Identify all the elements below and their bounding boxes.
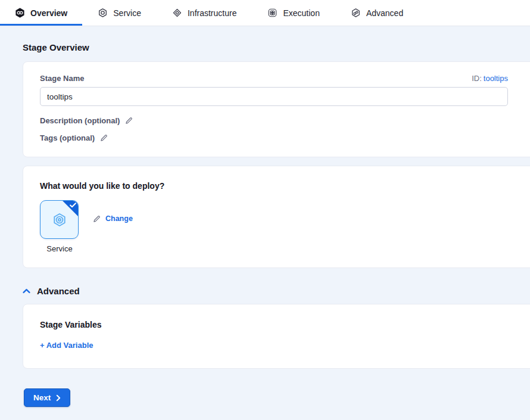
tab-execution-label: Execution [283, 8, 319, 18]
page-title: Stage Overview [23, 42, 530, 52]
stage-overview-content: Stage Overview Stage Name ID:tooltips De… [0, 26, 530, 407]
tags-row[interactable]: Tags (optional) [40, 133, 508, 142]
change-deploy-type-link[interactable]: Change [93, 214, 133, 223]
deploy-question: What would you like to deploy? [40, 181, 508, 191]
tags-label: Tags (optional) [40, 133, 95, 142]
tab-execution[interactable]: Execution [252, 0, 335, 26]
deploy-type-caption: Service [40, 244, 79, 253]
tab-infrastructure[interactable]: Infrastructure [157, 0, 252, 26]
stage-overview-card: Stage Name ID:tooltips Description (opti… [23, 61, 530, 157]
change-pencil-icon [93, 215, 101, 223]
change-label: Change [105, 214, 133, 223]
tab-advanced[interactable]: Advanced [335, 0, 419, 26]
deploy-card: What would you like to deploy? Service [23, 166, 530, 268]
tab-service-label: Service [113, 8, 141, 18]
add-variable-button[interactable]: + Add Variable [40, 341, 93, 350]
stage-name-row: Stage Name ID:tooltips [40, 74, 508, 83]
deploy-type-service-card[interactable] [40, 200, 79, 239]
tab-service[interactable]: Service [82, 0, 157, 26]
infrastructure-layers-icon [172, 8, 182, 18]
stage-variables-card: Stage Variables + Add Variable [23, 304, 530, 369]
tab-advanced-label: Advanced [366, 8, 403, 18]
next-button-label: Next [33, 393, 51, 402]
advanced-heading: Advanced [37, 286, 80, 296]
id-label: ID: [472, 74, 482, 83]
tab-overview[interactable]: Overview [0, 0, 82, 26]
description-row[interactable]: Description (optional) [40, 116, 508, 125]
tab-infrastructure-label: Infrastructure [188, 8, 236, 18]
deploy-type-row: Service Change [40, 200, 508, 253]
stage-id: ID:tooltips [472, 74, 508, 83]
description-label: Description (optional) [40, 116, 120, 125]
stage-variables-heading: Stage Variables [40, 320, 508, 329]
tab-overview-label: Overview [30, 8, 67, 18]
edit-description-pencil-icon[interactable] [125, 117, 133, 125]
deploy-type-service: Service [40, 200, 79, 253]
execution-knot-icon [267, 8, 278, 18]
stage-name-label: Stage Name [40, 74, 84, 83]
stage-id-link[interactable]: tooltips [484, 74, 508, 83]
advanced-hexagon-icon [351, 8, 361, 18]
edit-tags-pencil-icon[interactable] [100, 134, 108, 142]
stage-tabbar: Overview Service Infrastructure Executio… [0, 0, 530, 26]
service-hexagon-icon [98, 8, 108, 18]
chevron-up-icon [23, 288, 30, 294]
chevron-right-icon [56, 394, 61, 402]
stage-name-input[interactable] [40, 87, 508, 106]
stage-config-screen: Overview Service Infrastructure Executio… [0, 0, 530, 420]
advanced-section-toggle[interactable]: Advanced [23, 286, 530, 296]
next-button[interactable]: Next [24, 388, 70, 407]
check-icon [70, 203, 76, 208]
overview-badge-icon [15, 8, 25, 18]
